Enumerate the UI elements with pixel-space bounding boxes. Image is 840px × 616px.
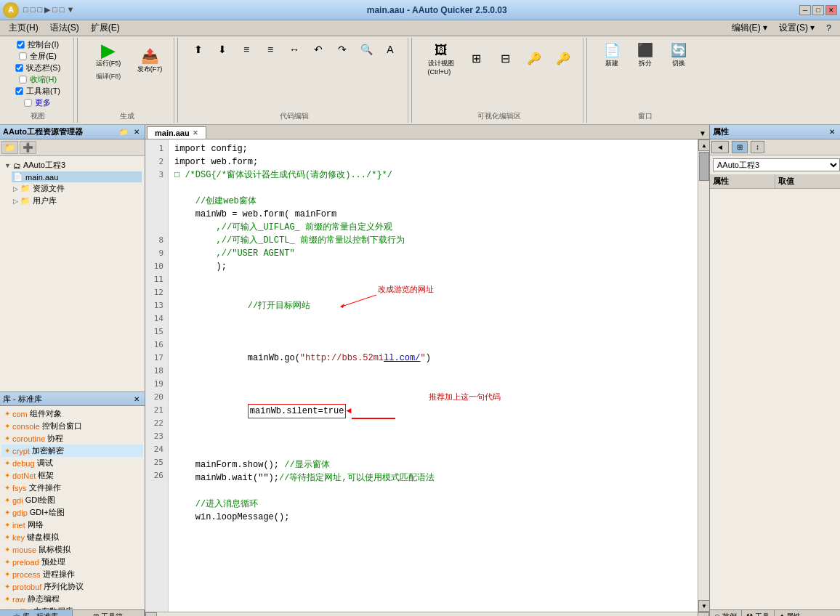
prop-project-select-container: AAuto工程3 xyxy=(710,155,840,174)
generate-group-label: 生成 xyxy=(120,110,134,121)
quick-access-icons[interactable]: □ □ □ ▶ □ □ ▼ xyxy=(23,5,74,15)
lib-item-mouse[interactable]: ✦mouse 鼠标模拟 xyxy=(1,543,143,556)
visual-btn-4[interactable]: 🔑 xyxy=(549,48,577,70)
prop-btn-category[interactable]: ⊞ xyxy=(732,141,748,153)
code-btn-4[interactable]: ≡ xyxy=(259,39,282,60)
code-line-10: mainWb = web.form( mainForm xyxy=(174,208,692,221)
code-btn-6[interactable]: ↶ xyxy=(307,39,330,60)
prop-example-tab[interactable]: ⊙ 范例 xyxy=(710,610,742,616)
lib-item-coroutine[interactable]: ✦coroutine 协程 xyxy=(1,432,143,445)
project-toolbar-btn1[interactable]: 📁 xyxy=(1,141,18,154)
lib-item-inet[interactable]: ✦inet 网络 xyxy=(1,519,143,531)
app-logo: A xyxy=(3,2,19,18)
new-button[interactable]: 📄 新建 xyxy=(596,39,628,70)
design-view-button[interactable]: 🖼 设计视图(Ctrl+U) xyxy=(421,39,461,78)
cb-fullscreen[interactable]: 全屏(E) xyxy=(18,51,57,62)
menu-edit[interactable]: 编辑(E) ▾ xyxy=(726,20,773,36)
cb-collapse[interactable]: 收缩(H) xyxy=(18,74,57,85)
lib-panel-pin[interactable]: ✕ xyxy=(132,394,142,404)
code-content[interactable]: import config; import web.form; □ /*DSG{… xyxy=(169,139,698,612)
close-button[interactable]: ✕ xyxy=(825,5,837,15)
cb-console[interactable]: 控制台(I) xyxy=(16,39,59,50)
maximize-button[interactable]: □ xyxy=(812,5,824,15)
scroll-left-btn[interactable]: ◄ xyxy=(145,612,157,616)
lib-item-dotnet[interactable]: ✦dotNet 框架 xyxy=(1,469,143,482)
menu-help[interactable]: ? xyxy=(820,22,837,35)
view-group-label: 视图 xyxy=(31,110,45,121)
lib-item-debug[interactable]: ✦debug 调试 xyxy=(1,457,143,469)
code-btn-2[interactable]: ⬇ xyxy=(211,39,234,60)
prop-project-select[interactable]: AAuto工程3 xyxy=(713,158,840,171)
scroll-right-btn[interactable]: ► xyxy=(698,612,709,616)
visual-btn-1[interactable]: ⊞ xyxy=(462,48,490,70)
code-line-23 xyxy=(174,485,692,498)
svg-line-0 xyxy=(342,295,376,307)
lib-item-process[interactable]: ✦process 进程操作 xyxy=(1,568,143,580)
lib-item-gdi[interactable]: ✦gdi GDI绘图 xyxy=(1,494,143,506)
code-btn-8[interactable]: 🔍 xyxy=(355,39,378,60)
code-btn-7[interactable]: ↷ xyxy=(331,39,354,60)
editor-tab-main[interactable]: main.aau ✕ xyxy=(147,126,206,139)
code-line-21: mainForm.show(); //显示窗体 xyxy=(174,458,692,471)
lib-item-fsys[interactable]: ✦fsys 文件操作 xyxy=(1,482,143,494)
code-btn-5[interactable]: ↔ xyxy=(283,39,306,60)
prop-attr-tab[interactable]: ✦ 属性 xyxy=(775,610,806,616)
code-line-3: □ /*DSG{/*窗体设计器生成代码(请勿修改).../*}*/ xyxy=(174,169,692,182)
project-root[interactable]: ▼ 🗂 AAuto工程3 xyxy=(3,159,142,171)
cb-toolbox[interactable]: 工具箱(T) xyxy=(15,86,60,97)
tree-item-userlib[interactable]: ▷ 📁 用户库 xyxy=(12,195,142,207)
prop-btn-order[interactable]: ↕ xyxy=(751,141,764,153)
lib-tree: ✦com 组件对象 ✦console 控制台窗口 ✦coroutine 协程 ✦… xyxy=(0,406,145,609)
prop-panel-pin[interactable]: ✕ xyxy=(827,127,837,137)
visual-edit-group-label: 可视化编辑区 xyxy=(477,110,521,121)
minimize-button[interactable]: ─ xyxy=(799,5,811,15)
code-btn-3[interactable]: ≡ xyxy=(235,39,258,60)
lib-item-crypt[interactable]: ✦crypt 加密解密 xyxy=(1,445,143,457)
prop-tree xyxy=(710,189,840,609)
cb-more[interactable]: 更多 xyxy=(23,97,51,108)
tab-dropdown[interactable]: ▼ xyxy=(696,128,709,139)
visual-btn-3[interactable]: 🔑 xyxy=(520,48,548,70)
lib-item-console[interactable]: ✦console 控制台窗口 xyxy=(1,420,143,432)
compile-button[interactable]: 编译(F8) xyxy=(96,72,121,81)
code-line-14: ); xyxy=(174,260,692,273)
switch-button[interactable]: 🔄 切换 xyxy=(663,39,695,70)
project-toolbar-btn2[interactable]: ➕ xyxy=(20,141,36,154)
prop-btn-back[interactable]: ◄ xyxy=(711,141,729,153)
lib-item-com[interactable]: ✦com 组件对象 xyxy=(1,408,143,420)
lib-tab-stdlib[interactable]: ☆ 库 - 标准库 xyxy=(0,610,73,616)
prop-col-value: 取值 xyxy=(775,174,840,188)
cb-statusbar[interactable]: 状态栏(S) xyxy=(15,62,61,73)
prop-tool-tab[interactable]: ⚒ 工具 xyxy=(742,610,775,616)
publish-button[interactable]: 📤 发布(F7) xyxy=(132,45,168,76)
prop-columns: 属性 取值 xyxy=(710,174,840,189)
project-panel-pin[interactable]: ✕ xyxy=(132,127,142,137)
menu-extend[interactable]: 扩展(E) xyxy=(85,20,126,36)
split-button[interactable]: ⬛ 拆分 xyxy=(629,39,661,70)
tree-item-main[interactable]: 📄 main.aau xyxy=(12,171,142,182)
tree-item-resources[interactable]: ▷ 📁 资源文件 xyxy=(12,182,142,195)
menu-settings[interactable]: 设置(S) ▾ xyxy=(773,20,820,36)
lib-tab-toolbox[interactable]: ⊞ 工具箱 xyxy=(73,610,145,616)
lib-item-protobuf[interactable]: ✦protobuf 序列化协议 xyxy=(1,580,143,593)
code-btn-1[interactable]: ⬆ xyxy=(187,39,210,60)
visual-btn-2[interactable]: ⊟ xyxy=(491,48,519,70)
code-line-25: win.loopMessage(); xyxy=(174,511,692,524)
code-line-22: mainWb.wait("");//等待指定网址,可以使用模式匹配语法 xyxy=(174,471,692,485)
menu-home[interactable]: 主页(H) xyxy=(3,20,44,36)
lib-item-key[interactable]: ✦key 键盘模拟 xyxy=(1,531,143,543)
tab-bar: main.aau ✕ ▼ xyxy=(145,125,709,139)
run-button[interactable]: ▶ 运行(F5) xyxy=(86,39,130,70)
project-panel-toolbar-btn1[interactable]: 📁 xyxy=(117,127,130,137)
scroll-up-btn[interactable]: ▲ xyxy=(698,139,709,151)
lib-item-preload[interactable]: ✦preload 预处理 xyxy=(1,556,143,568)
menu-syntax[interactable]: 语法(S) xyxy=(44,20,85,36)
lib-panel-title: 库 - 标准库 ✕ xyxy=(0,392,145,406)
lib-item-raw[interactable]: ✦raw 静态编程 xyxy=(1,593,143,605)
horizontal-scrollbar[interactable]: ◄ ► xyxy=(145,612,709,616)
code-btn-9[interactable]: A xyxy=(379,39,402,60)
editor-scrollbar[interactable]: ▲ ▼ xyxy=(698,139,709,612)
tab-close-btn[interactable]: ✕ xyxy=(193,129,198,137)
lib-item-gdip[interactable]: ✦gdip GDI+绘图 xyxy=(1,506,143,519)
scroll-down-btn[interactable]: ▼ xyxy=(698,600,709,612)
